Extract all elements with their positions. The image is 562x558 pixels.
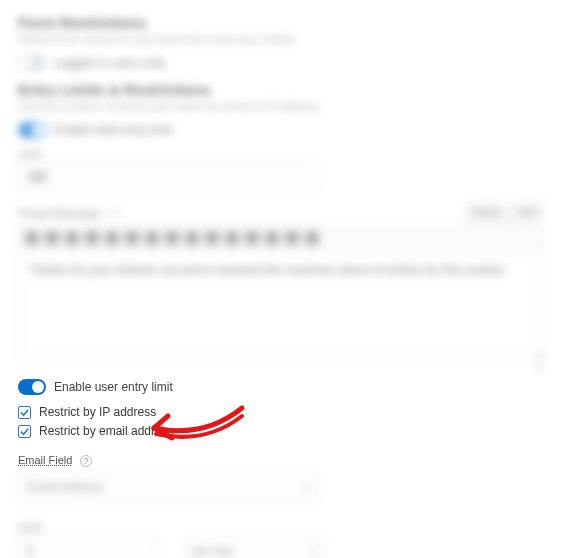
italic-icon[interactable] <box>45 231 59 245</box>
more-icon[interactable] <box>305 231 319 245</box>
limit-label: Limit <box>18 148 544 160</box>
align-left-icon[interactable] <box>165 231 179 245</box>
help-icon[interactable]: ? <box>80 455 92 467</box>
entry-limits-heading: Entry Limits & Restrictions <box>18 81 544 98</box>
align-right-icon[interactable] <box>205 231 219 245</box>
quote-icon[interactable] <box>145 231 159 245</box>
restrict-ip-checkbox[interactable] <box>18 406 31 419</box>
restrict-email-checkbox[interactable] <box>18 425 31 438</box>
email-field-select[interactable]: Email Address ▾ <box>18 473 318 501</box>
chevron-down-icon: ▾ <box>310 546 315 557</box>
user-limit-input[interactable] <box>18 537 158 558</box>
per-value: per day <box>193 544 233 558</box>
align-center-icon[interactable] <box>185 231 199 245</box>
check-icon <box>20 408 29 417</box>
per-select[interactable]: per day ▾ <box>184 537 324 558</box>
form-restrictions-subtitle: Restrict form access to only those who m… <box>18 33 544 45</box>
editor-toolbar <box>18 225 544 250</box>
restrict-email-label: Restrict by email address <box>39 424 174 438</box>
underline-icon[interactable] <box>65 231 79 245</box>
form-restrictions-heading: Form Restrictions <box>18 14 544 31</box>
enable-total-entry-limit-label: Enable total entry limit <box>54 123 172 137</box>
bold-icon[interactable] <box>25 231 39 245</box>
restrict-ip-label: Restrict by IP address <box>39 405 156 419</box>
check-icon <box>20 427 29 436</box>
strike-icon[interactable] <box>85 231 99 245</box>
closed-message-label: Closed Message <box>18 207 100 219</box>
link-icon[interactable] <box>225 231 239 245</box>
tab-text[interactable]: Text <box>510 204 544 221</box>
logged-in-users-toggle[interactable] <box>18 55 46 71</box>
closed-message-editor[interactable]: Thanks for your interest, but we've rece… <box>18 250 544 360</box>
resize-handle-icon[interactable]: ◢ <box>18 360 544 371</box>
redo-icon[interactable] <box>285 231 299 245</box>
unlink-icon[interactable] <box>245 231 259 245</box>
per-label <box>184 521 324 533</box>
chevron-down-icon: ▾ <box>304 482 309 493</box>
entry-limits-subtitle: Limit the number of entries and restrict… <box>18 100 544 112</box>
enable-total-entry-limit-toggle[interactable] <box>18 122 46 138</box>
enable-user-entry-limit-toggle[interactable] <box>18 379 46 395</box>
logged-in-users-label: Logged in users only <box>54 56 165 70</box>
total-limit-input[interactable] <box>18 164 318 190</box>
bullet-list-icon[interactable] <box>105 231 119 245</box>
numbered-list-icon[interactable] <box>125 231 139 245</box>
email-field-label: Email Field <box>18 454 72 466</box>
enable-user-entry-limit-label: Enable user entry limit <box>54 380 173 394</box>
help-icon[interactable]: ? <box>108 208 120 220</box>
undo-icon[interactable] <box>265 231 279 245</box>
email-field-value: Email Address <box>27 480 104 494</box>
user-limit-label: Limit <box>18 521 158 533</box>
tab-visual[interactable]: Visual <box>465 204 508 221</box>
